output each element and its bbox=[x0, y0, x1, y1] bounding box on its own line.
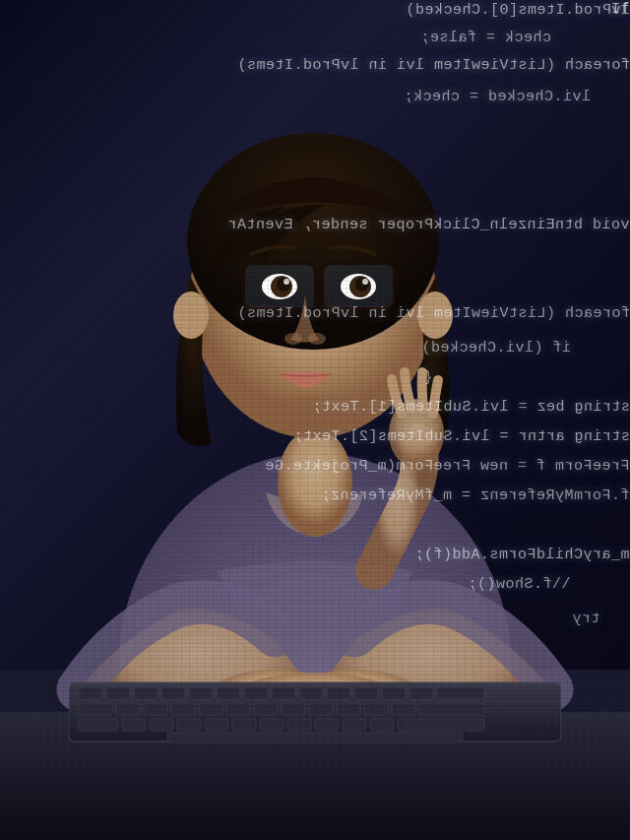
svg-rect-58 bbox=[150, 719, 173, 731]
svg-rect-51 bbox=[309, 703, 333, 715]
svg-rect-29 bbox=[79, 687, 102, 699]
svg-rect-32 bbox=[161, 687, 185, 699]
svg-rect-36 bbox=[272, 687, 295, 699]
svg-rect-49 bbox=[254, 703, 278, 715]
svg-rect-55 bbox=[419, 703, 484, 715]
svg-rect-38 bbox=[327, 687, 350, 699]
desk-surface bbox=[0, 712, 630, 840]
svg-rect-48 bbox=[226, 703, 250, 715]
svg-point-7 bbox=[173, 291, 209, 339]
svg-rect-31 bbox=[134, 687, 158, 699]
svg-rect-39 bbox=[354, 687, 378, 699]
svg-rect-30 bbox=[106, 687, 130, 699]
svg-point-23 bbox=[362, 279, 368, 285]
svg-rect-60 bbox=[205, 719, 228, 731]
svg-point-26 bbox=[254, 394, 372, 423]
svg-rect-68 bbox=[167, 733, 463, 743]
svg-rect-66 bbox=[370, 719, 394, 731]
svg-point-8 bbox=[417, 291, 453, 339]
svg-rect-64 bbox=[315, 719, 339, 731]
main-scene: lvProd.Items[0].Checked)check = false;fo… bbox=[0, 0, 630, 840]
svg-rect-44 bbox=[116, 703, 140, 715]
svg-rect-53 bbox=[364, 703, 388, 715]
svg-rect-41 bbox=[410, 687, 433, 699]
svg-rect-33 bbox=[189, 687, 213, 699]
svg-rect-47 bbox=[199, 703, 222, 715]
svg-rect-50 bbox=[282, 703, 305, 715]
svg-point-22 bbox=[284, 279, 289, 285]
svg-rect-65 bbox=[343, 719, 366, 731]
svg-rect-45 bbox=[144, 703, 167, 715]
svg-rect-67 bbox=[398, 719, 484, 731]
keyboard bbox=[69, 678, 561, 746]
svg-rect-61 bbox=[232, 719, 256, 731]
svg-rect-46 bbox=[171, 703, 195, 715]
svg-rect-35 bbox=[244, 687, 268, 699]
svg-rect-42 bbox=[437, 687, 484, 699]
svg-point-1 bbox=[278, 428, 352, 537]
svg-rect-54 bbox=[392, 703, 415, 715]
svg-rect-37 bbox=[299, 687, 323, 699]
svg-point-24 bbox=[284, 333, 302, 345]
svg-rect-34 bbox=[217, 687, 240, 699]
svg-rect-59 bbox=[177, 719, 201, 731]
svg-rect-56 bbox=[79, 719, 118, 731]
svg-rect-43 bbox=[79, 703, 112, 715]
svg-point-25 bbox=[308, 333, 326, 345]
svg-rect-52 bbox=[337, 703, 360, 715]
svg-rect-57 bbox=[122, 719, 146, 731]
svg-rect-63 bbox=[287, 719, 311, 731]
svg-rect-62 bbox=[260, 719, 284, 731]
svg-rect-40 bbox=[382, 687, 406, 699]
